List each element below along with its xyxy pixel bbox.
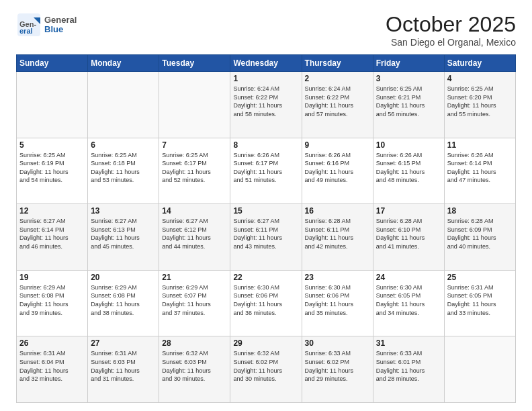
week-row-3: 19Sunrise: 6:29 AM Sunset: 6:08 PM Dayli… [17, 270, 516, 336]
day-number: 21 [162, 273, 227, 282]
day-number: 3 [376, 74, 441, 83]
day-cell: 31Sunrise: 6:33 AM Sunset: 6:01 PM Dayli… [373, 336, 444, 403]
month-title: October 2025 [386, 12, 516, 37]
day-number: 12 [19, 206, 85, 216]
day-info: Sunrise: 6:30 AM Sunset: 6:06 PM Dayligh… [233, 283, 298, 317]
day-cell: 14Sunrise: 6:27 AM Sunset: 6:12 PM Dayli… [159, 204, 230, 271]
day-cell: 26Sunrise: 6:31 AM Sunset: 6:04 PM Dayli… [17, 336, 88, 403]
day-number: 29 [233, 338, 298, 348]
day-cell: 19Sunrise: 6:29 AM Sunset: 6:08 PM Dayli… [17, 270, 88, 336]
logo-general: General [44, 15, 77, 25]
day-number: 30 [305, 338, 370, 348]
day-cell [88, 72, 159, 138]
day-info: Sunrise: 6:29 AM Sunset: 6:08 PM Dayligh… [91, 283, 156, 317]
day-info: Sunrise: 6:29 AM Sunset: 6:08 PM Dayligh… [19, 283, 85, 317]
day-number: 9 [305, 140, 370, 150]
logo-text: General Blue [44, 15, 77, 35]
day-number: 28 [162, 338, 227, 348]
day-cell: 12Sunrise: 6:27 AM Sunset: 6:14 PM Dayli… [17, 204, 88, 271]
day-cell: 20Sunrise: 6:29 AM Sunset: 6:08 PM Dayli… [88, 270, 159, 336]
week-row-2: 12Sunrise: 6:27 AM Sunset: 6:14 PM Dayli… [17, 204, 516, 271]
header-row: SundayMondayTuesdayWednesdayThursdayFrid… [17, 55, 516, 72]
day-number: 7 [162, 140, 227, 150]
day-number: 16 [305, 206, 370, 216]
day-number: 11 [447, 140, 513, 150]
day-info: Sunrise: 6:31 AM Sunset: 6:04 PM Dayligh… [19, 349, 85, 383]
day-number: 6 [91, 140, 156, 150]
day-number: 23 [305, 273, 370, 282]
day-number: 13 [91, 206, 156, 216]
day-number: 15 [233, 206, 298, 216]
day-cell: 4Sunrise: 6:25 AM Sunset: 6:20 PM Daylig… [444, 72, 515, 138]
day-header-saturday: Saturday [444, 55, 515, 72]
title-block: October 2025 San Diego el Organal, Mexic… [386, 12, 516, 48]
day-cell: 27Sunrise: 6:31 AM Sunset: 6:03 PM Dayli… [88, 336, 159, 403]
day-cell: 13Sunrise: 6:27 AM Sunset: 6:13 PM Dayli… [88, 204, 159, 271]
day-number: 17 [376, 206, 441, 216]
day-number: 5 [19, 140, 85, 150]
day-cell: 9Sunrise: 6:26 AM Sunset: 6:16 PM Daylig… [302, 138, 373, 204]
day-cell: 7Sunrise: 6:25 AM Sunset: 6:17 PM Daylig… [159, 138, 230, 204]
calendar-body: 1Sunrise: 6:24 AM Sunset: 6:22 PM Daylig… [17, 72, 516, 403]
day-number: 10 [376, 140, 441, 150]
day-header-wednesday: Wednesday [230, 55, 302, 72]
day-info: Sunrise: 6:25 AM Sunset: 6:20 PM Dayligh… [447, 85, 513, 118]
day-cell: 29Sunrise: 6:32 AM Sunset: 6:02 PM Dayli… [230, 336, 302, 403]
day-cell: 3Sunrise: 6:25 AM Sunset: 6:21 PM Daylig… [373, 72, 444, 138]
day-number: 27 [91, 338, 156, 348]
day-cell: 11Sunrise: 6:26 AM Sunset: 6:14 PM Dayli… [444, 138, 515, 204]
day-info: Sunrise: 6:25 AM Sunset: 6:18 PM Dayligh… [91, 151, 156, 185]
calendar-header: SundayMondayTuesdayWednesdayThursdayFrid… [17, 55, 516, 72]
day-info: Sunrise: 6:24 AM Sunset: 6:22 PM Dayligh… [233, 85, 298, 118]
day-cell: 25Sunrise: 6:31 AM Sunset: 6:05 PM Dayli… [444, 270, 515, 336]
day-header-friday: Friday [373, 55, 444, 72]
day-info: Sunrise: 6:26 AM Sunset: 6:17 PM Dayligh… [233, 151, 298, 185]
week-row-0: 1Sunrise: 6:24 AM Sunset: 6:22 PM Daylig… [17, 72, 516, 138]
day-cell: 6Sunrise: 6:25 AM Sunset: 6:18 PM Daylig… [88, 138, 159, 204]
day-cell: 24Sunrise: 6:30 AM Sunset: 6:05 PM Dayli… [373, 270, 444, 336]
day-number: 2 [305, 74, 370, 83]
day-cell: 8Sunrise: 6:26 AM Sunset: 6:17 PM Daylig… [230, 138, 302, 204]
day-number: 19 [19, 273, 85, 282]
day-number: 31 [376, 338, 441, 348]
day-number: 18 [447, 206, 513, 216]
day-cell: 5Sunrise: 6:25 AM Sunset: 6:19 PM Daylig… [17, 138, 88, 204]
day-number: 22 [233, 273, 298, 282]
day-number: 14 [162, 206, 227, 216]
day-cell [444, 336, 515, 403]
logo-icon: Gen- eral [16, 12, 42, 38]
day-info: Sunrise: 6:25 AM Sunset: 6:17 PM Dayligh… [162, 151, 227, 185]
day-header-monday: Monday [88, 55, 159, 72]
day-cell: 22Sunrise: 6:30 AM Sunset: 6:06 PM Dayli… [230, 270, 302, 336]
day-cell: 23Sunrise: 6:30 AM Sunset: 6:06 PM Dayli… [302, 270, 373, 336]
logo-blue: Blue [44, 25, 77, 34]
calendar: SundayMondayTuesdayWednesdayThursdayFrid… [16, 54, 516, 403]
day-number: 20 [91, 273, 156, 282]
day-info: Sunrise: 6:26 AM Sunset: 6:14 PM Dayligh… [447, 151, 513, 185]
day-info: Sunrise: 6:26 AM Sunset: 6:15 PM Dayligh… [376, 151, 441, 185]
day-cell: 28Sunrise: 6:32 AM Sunset: 6:03 PM Dayli… [159, 336, 230, 403]
day-info: Sunrise: 6:33 AM Sunset: 6:02 PM Dayligh… [305, 349, 370, 383]
day-cell: 10Sunrise: 6:26 AM Sunset: 6:15 PM Dayli… [373, 138, 444, 204]
day-cell: 15Sunrise: 6:27 AM Sunset: 6:11 PM Dayli… [230, 204, 302, 271]
day-info: Sunrise: 6:30 AM Sunset: 6:06 PM Dayligh… [305, 283, 370, 317]
day-info: Sunrise: 6:30 AM Sunset: 6:05 PM Dayligh… [376, 283, 441, 317]
day-info: Sunrise: 6:27 AM Sunset: 6:12 PM Dayligh… [162, 217, 227, 250]
day-info: Sunrise: 6:28 AM Sunset: 6:11 PM Dayligh… [305, 217, 370, 250]
day-info: Sunrise: 6:27 AM Sunset: 6:14 PM Dayligh… [19, 217, 85, 250]
day-number: 26 [19, 338, 85, 348]
page: Gen- eral General Blue October 2025 San … [0, 0, 532, 411]
day-header-sunday: Sunday [17, 55, 88, 72]
day-info: Sunrise: 6:25 AM Sunset: 6:21 PM Dayligh… [376, 85, 441, 118]
day-header-thursday: Thursday [302, 55, 373, 72]
day-cell: 17Sunrise: 6:28 AM Sunset: 6:10 PM Dayli… [373, 204, 444, 271]
day-number: 25 [447, 273, 513, 282]
day-number: 4 [447, 74, 513, 83]
day-info: Sunrise: 6:32 AM Sunset: 6:02 PM Dayligh… [233, 349, 298, 383]
day-cell [17, 72, 88, 138]
day-number: 24 [376, 273, 441, 282]
header: Gen- eral General Blue October 2025 San … [16, 12, 516, 48]
day-info: Sunrise: 6:27 AM Sunset: 6:13 PM Dayligh… [91, 217, 156, 250]
day-info: Sunrise: 6:26 AM Sunset: 6:16 PM Dayligh… [305, 151, 370, 185]
day-info: Sunrise: 6:25 AM Sunset: 6:19 PM Dayligh… [19, 151, 85, 185]
